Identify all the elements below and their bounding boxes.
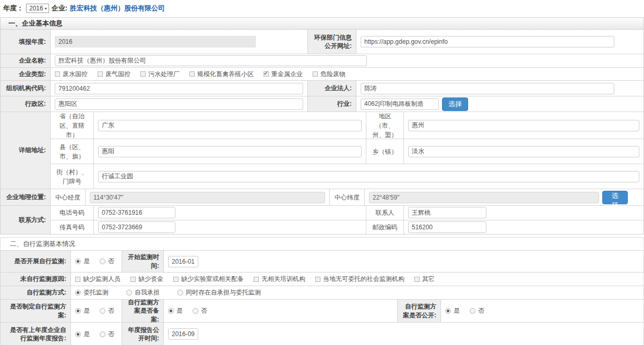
plan-public-label: 自行监测方案是否公开:	[402, 302, 436, 319]
checkbox-lack-funds[interactable]	[130, 277, 136, 282]
year-select[interactable]: 2016 ▾	[26, 4, 49, 13]
town-value-cell	[403, 139, 643, 164]
contact-subrow-2: 传真号码 邮政编码	[50, 220, 643, 235]
fax-value-cell	[93, 220, 366, 235]
plan-public-no-radio[interactable]	[470, 308, 475, 314]
env-url-input[interactable]	[361, 36, 614, 47]
contact-label: 联系方式:	[19, 216, 46, 224]
carry-out-yes-radio[interactable]	[75, 258, 81, 264]
method-entrust-radio[interactable]	[75, 290, 81, 295]
phone-input[interactable]	[98, 207, 175, 218]
env-url-value-cell	[356, 30, 643, 54]
plan-yes-radio[interactable]	[75, 308, 81, 314]
city-value-cell	[403, 112, 643, 139]
method-both-radio[interactable]	[177, 290, 183, 295]
checkbox-livestock[interactable]	[189, 71, 195, 77]
plan-public-yes-radio[interactable]	[445, 308, 451, 314]
city-label-cell: 地区（市、州、盟）	[366, 112, 403, 139]
fill-year-input[interactable]	[55, 36, 256, 47]
district-input[interactable]	[55, 98, 303, 110]
checkbox-lack-staff[interactable]	[75, 277, 80, 282]
industry-select-button[interactable]: 选择	[442, 97, 468, 111]
street-input[interactable]	[98, 171, 639, 182]
row-company-name: 企业名称:	[1, 54, 643, 68]
town-input[interactable]	[408, 146, 639, 157]
geo-select-button[interactable]: 选择	[602, 191, 628, 204]
zip-input[interactable]	[408, 221, 486, 233]
env-url-label-cell: 环保部门信息公开网址:	[307, 30, 356, 54]
carry-out-no-radio[interactable]	[100, 258, 105, 264]
province-input[interactable]	[98, 120, 362, 131]
lng-input[interactable]	[90, 192, 325, 203]
row-plan: 是否制定自行监测方案: 是 否 自行监测方案是否备案: 是 否 自行监测方案是否…	[1, 300, 643, 323]
org-code-input[interactable]	[55, 83, 303, 94]
checkbox-hazardous-waste[interactable]	[313, 71, 318, 77]
street-label: 街（村）、门牌号	[55, 167, 89, 186]
county-input[interactable]	[98, 146, 362, 157]
start-time-input[interactable]	[168, 256, 198, 267]
street-label-cell: 街（村）、门牌号	[50, 164, 93, 189]
checkbox-heavy-metal[interactable]	[264, 71, 269, 77]
no-monitor-reason-label: 未自行监测原因:	[20, 275, 66, 283]
person-label: 联系人	[376, 208, 395, 217]
contact-subrow-1: 电话号码 联系人	[50, 206, 643, 220]
checkbox-lack-lab[interactable]	[173, 277, 178, 282]
report-time-label: 年度报告公开时间:	[126, 326, 159, 342]
address-subrow-2: 县（区、市、旗） 乡（镇）	[50, 139, 643, 164]
no-monitor-reason-options-cell: 缺少监测人员 缺少资金 缺少实验室或相关配备 无相关培训机构 当地无可委托的社会…	[70, 273, 643, 286]
address-subrow-1: 省（自治区、直辖市） 地区（市、州、盟）	[50, 112, 643, 139]
method-label: 自行监测方式:	[27, 288, 66, 297]
city-input[interactable]	[408, 120, 639, 131]
city-label: 地区（市、州、盟）	[371, 112, 399, 140]
row-contact: 联系方式: 电话号码 联系人	[1, 206, 643, 234]
province-label-cell: 省（自治区、直辖市）	[50, 112, 93, 139]
report-time-value-cell	[163, 323, 643, 345]
fill-year-label-cell: 填报年度:	[1, 30, 50, 54]
legal-person-input[interactable]	[361, 83, 614, 94]
checkbox-wastewater[interactable]	[55, 71, 60, 77]
method-self-radio[interactable]	[126, 290, 132, 295]
company-name-link[interactable]: 胜宏科技（惠州）股份有限公司	[70, 4, 165, 13]
company-type-label-cell: 企业类型:	[1, 68, 50, 80]
carry-out-value-cell: 是 否	[70, 251, 122, 272]
start-time-label: 开始监测时间:	[126, 253, 159, 269]
checkbox-no-training-org[interactable]	[254, 277, 259, 282]
annual-report-yes-radio[interactable]	[75, 331, 81, 337]
plan-no-radio[interactable]	[100, 308, 105, 314]
industry-label-cell: 行业:	[307, 96, 356, 112]
checkbox-wastegas[interactable]	[98, 71, 103, 77]
report-time-label-cell: 年度报告公开时间:	[122, 323, 163, 345]
plan-filed-yes-radio[interactable]	[168, 308, 174, 314]
plan-public-label-cell: 自行监测方案是否公开:	[397, 300, 440, 322]
row-annual-report: 是否有上年度企业自行监测年度报告: 是 否 年度报告公开时间:	[1, 323, 643, 345]
checkbox-sewage-plant[interactable]	[140, 71, 146, 77]
legal-person-label-cell: 企业法人:	[307, 81, 356, 96]
checkbox-other[interactable]	[414, 277, 420, 282]
company-name-input[interactable]	[55, 55, 367, 66]
industry-label: 行业:	[337, 100, 352, 108]
annual-report-value-cell: 是 否	[70, 323, 122, 345]
contact-label-cell: 联系方式:	[1, 206, 50, 234]
plan-label: 是否制定自行监测方案:	[5, 302, 66, 319]
fax-input[interactable]	[98, 221, 175, 233]
town-label: 乡（镇）	[373, 147, 398, 156]
plan-filed-no-radio[interactable]	[193, 308, 198, 314]
person-input[interactable]	[408, 207, 486, 218]
row-geo: 企业地理位置: 中心经度 中心纬度 选择	[1, 189, 643, 206]
annual-report-no-radio[interactable]	[100, 331, 105, 337]
env-url-label: 环保部门信息公开网址:	[312, 33, 352, 50]
plan-filed-value-cell: 是 否	[163, 300, 397, 322]
topbar: 年度： 2016 ▾ 企业: 胜宏科技（惠州）股份有限公司	[0, 0, 644, 15]
company-name-label: 企业名称:	[19, 56, 46, 65]
lng-label: 中心经度	[55, 193, 80, 202]
lat-input[interactable]	[369, 192, 599, 203]
section1-title: 一、企业基本信息	[1, 18, 643, 30]
phone-label: 电话号码	[59, 208, 85, 217]
row-method: 自行监测方式: 委托监测 自我承担 同时存在自承担与委托监测	[1, 286, 643, 300]
person-value-cell	[403, 206, 643, 220]
industry-input[interactable]	[361, 98, 439, 110]
report-time-input[interactable]	[168, 328, 198, 340]
checkbox-no-local-agency[interactable]	[315, 277, 320, 282]
method-label-cell: 自行监测方式:	[1, 286, 70, 299]
row-fill-year: 填报年度: 环保部门信息公开网址:	[1, 30, 643, 54]
